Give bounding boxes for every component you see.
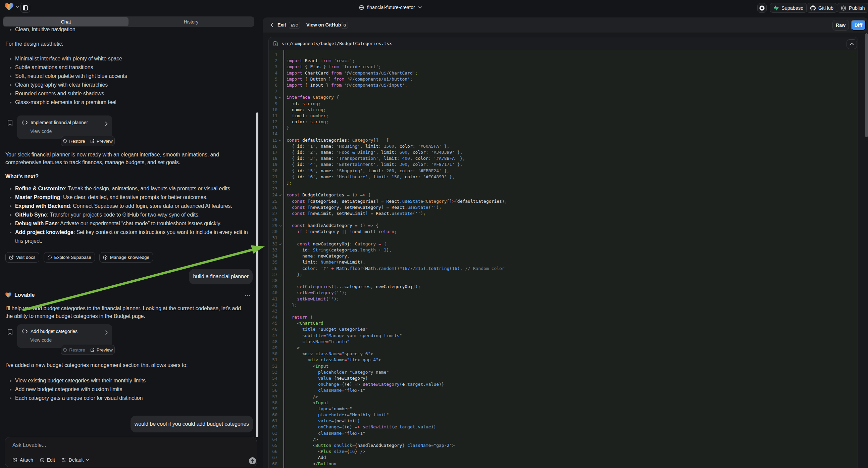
fold-chevron-icon[interactable] <box>279 96 281 98</box>
line-number: 41 <box>269 296 277 302</box>
code-line: > <box>286 345 507 351</box>
lovable-heart-icon <box>5 292 11 298</box>
github-button[interactable]: GitHub <box>806 3 837 13</box>
chat-scrollbar[interactable] <box>256 113 258 437</box>
line-number: 60 <box>269 412 277 418</box>
attach-button[interactable]: Attach <box>12 457 33 463</box>
chat-input[interactable]: Ask Lovable... Attach Edit <box>5 437 257 467</box>
chevron-left-icon[interactable] <box>271 23 274 28</box>
message-menu-button[interactable] <box>245 295 250 296</box>
lovable-logo-icon[interactable] <box>5 3 13 11</box>
line-number: 56 <box>269 387 277 393</box>
code-line: <div className="space-y-6"> <box>286 351 507 357</box>
sidebar-toggle-button[interactable] <box>21 3 30 13</box>
line-number: 15 <box>269 137 277 143</box>
visit-docs-button[interactable]: Visit docs <box>5 252 39 263</box>
line-number: 63 <box>269 430 277 436</box>
code-line: onChange={(e) => setNewLimit(e.target.va… <box>286 424 507 430</box>
restore-button[interactable]: Restore <box>63 348 85 352</box>
restore-icon <box>63 348 67 352</box>
view-code-link[interactable]: View code <box>30 338 52 343</box>
preview-button[interactable]: Preview <box>90 348 113 352</box>
line-number: 33 <box>269 247 277 253</box>
line-number: 30 <box>269 229 277 235</box>
code-line: { id: '4', name: 'Entertainment', limit:… <box>286 162 507 168</box>
code-line: limit: Number(newLimit), <box>286 259 507 265</box>
version-card-add-budget-categories[interactable]: Add budget categories View code <box>17 324 112 348</box>
restore-preview-toolbar: Restore Preview <box>61 345 115 355</box>
manage-knowledge-button[interactable]: Manage knowledge <box>99 252 153 263</box>
intro-bullet-list: Clean, intuitive navigation <box>5 25 254 34</box>
project-switcher[interactable]: financial-future-creator <box>359 0 422 15</box>
collapse-file-button[interactable] <box>846 39 857 49</box>
diff-button[interactable]: Diff <box>851 20 866 31</box>
code-line: value={newCategory} <box>286 375 507 381</box>
version-card-implement-financial-planner[interactable]: Implement financial planner View code <box>17 116 112 139</box>
assistant-paragraph: Your sleek financial planner is now read… <box>5 151 248 166</box>
fold-chevron-icon[interactable] <box>279 242 281 245</box>
logo-chevron-down-icon[interactable] <box>16 6 20 8</box>
globe-icon <box>359 5 364 10</box>
design-heading: For the design aesthetic: <box>5 40 248 48</box>
bullet-dot <box>10 214 11 216</box>
publish-button[interactable]: Publish <box>837 3 868 13</box>
line-number: 47 <box>269 333 277 339</box>
assistant-paragraph: I'll help you add budget categories to t… <box>5 304 248 320</box>
sliders-icon <box>61 458 66 463</box>
bullet-dot <box>10 84 11 86</box>
code-line: { id: '5', name: 'Shopping', limit: 200,… <box>286 168 507 174</box>
settings-button[interactable] <box>757 3 767 13</box>
code-line: import React from 'react'; <box>286 58 507 64</box>
image-icon <box>12 458 18 463</box>
view-code-link[interactable]: View code <box>30 128 52 134</box>
line-number: 5 <box>269 76 277 82</box>
view-on-github-button[interactable]: View on GitHub <box>306 22 341 28</box>
code-line <box>286 88 507 94</box>
tab-history[interactable]: History <box>128 17 254 26</box>
line-number: 14 <box>269 131 277 137</box>
fold-chevron-icon[interactable] <box>279 194 281 196</box>
preview-icon <box>90 348 95 352</box>
code-editor[interactable]: 1234567891011121314151617181920212223242… <box>269 50 858 468</box>
code-line: </Button> <box>286 461 507 467</box>
line-number: 32 <box>269 241 277 247</box>
preview-button[interactable]: Preview <box>90 139 113 144</box>
restore-button[interactable]: Restore <box>63 139 85 144</box>
target-icon <box>39 458 44 463</box>
line-number: 55 <box>269 381 277 387</box>
send-button[interactable] <box>249 457 256 464</box>
mode-select[interactable]: Default <box>61 457 89 463</box>
list-item: Each category gets a unique color for vi… <box>5 394 254 403</box>
code-line: name: newCategory, <box>286 253 507 259</box>
github-label: GitHub <box>818 5 833 11</box>
code-line: const defaultCategories: Category[] = [ <box>286 137 507 143</box>
bullet-dot <box>10 67 11 68</box>
chevron-down-icon <box>86 459 89 461</box>
bookmark-icon[interactable] <box>7 120 13 126</box>
line-number: 35 <box>269 259 277 265</box>
line-number: 62 <box>269 424 277 430</box>
logo-group <box>5 3 20 11</box>
tab-chat[interactable]: Chat <box>3 17 128 26</box>
edit-button[interactable]: Edit <box>39 457 55 463</box>
code-line: <Input <box>286 363 507 369</box>
code-scrollbar[interactable] <box>865 33 868 137</box>
supabase-button[interactable]: Supabase <box>770 3 807 13</box>
line-number: 51 <box>269 357 277 363</box>
explore-supabase-button[interactable]: Explore Supabase <box>43 252 95 263</box>
fold-chevron-icon[interactable] <box>279 224 281 227</box>
project-name: financial-future-creator <box>367 5 415 10</box>
bookmark-icon[interactable] <box>7 329 13 335</box>
raw-button[interactable]: Raw <box>832 20 849 31</box>
line-number: 24 <box>269 192 277 198</box>
code-gutter: 1234567891011121314151617181920212223242… <box>269 52 277 467</box>
fold-chevron-icon[interactable] <box>279 138 281 141</box>
user-message: build a financial planner <box>189 269 253 284</box>
code-line: <div className="flex gap-4"> <box>286 357 507 363</box>
project-chevron-down-icon <box>418 6 422 9</box>
version-title: Add budget categories <box>31 329 78 334</box>
line-number: 1 <box>269 52 277 58</box>
exit-button[interactable]: Exit <box>277 22 286 28</box>
bullet-dot <box>10 398 11 399</box>
code-line: { id: '2', name: 'Food & Dining', limit:… <box>286 149 507 155</box>
